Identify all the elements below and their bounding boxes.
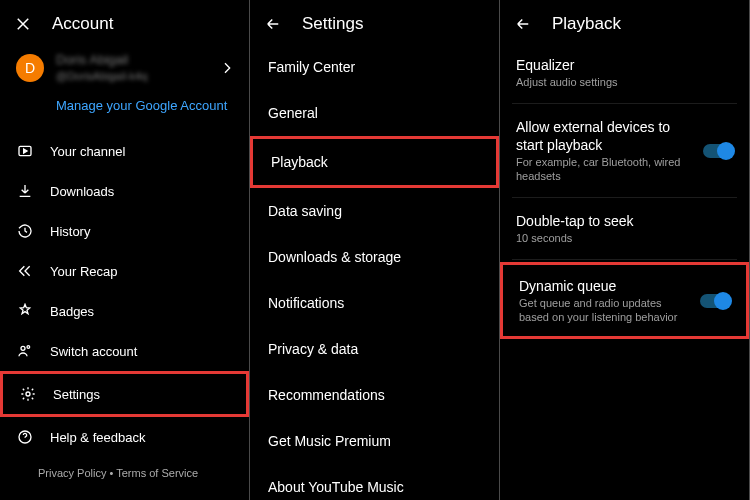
settings-item-general[interactable]: General [250, 90, 499, 136]
download-icon [16, 183, 34, 199]
pb-sub: 10 seconds [516, 231, 634, 245]
playback-title: Playback [552, 14, 621, 34]
profile-row[interactable]: D Doris Abigail @DorisAbigail-k4q [0, 44, 249, 90]
playback-item-double-tap-seek[interactable]: Double-tap to seek 10 seconds [500, 200, 749, 257]
pb-sub: Adjust audio settings [516, 75, 618, 89]
menu-help-feedback[interactable]: Help & feedback [0, 417, 249, 457]
gear-icon [19, 386, 37, 402]
menu-label: History [50, 224, 90, 239]
switch-account-icon [16, 343, 34, 359]
menu-downloads[interactable]: Downloads [0, 171, 249, 211]
profile-text: Doris Abigail @DorisAbigail-k4q [56, 52, 147, 84]
close-icon[interactable] [14, 15, 32, 33]
pb-title: Equalizer [516, 56, 618, 74]
settings-item-get-music-premium[interactable]: Get Music Premium [250, 418, 499, 464]
menu-label: Switch account [50, 344, 137, 359]
svg-point-1 [21, 346, 25, 350]
settings-item-about-youtube-music[interactable]: About YouTube Music [250, 464, 499, 500]
playback-item-equalizer[interactable]: Equalizer Adjust audio settings [500, 44, 749, 101]
divider [512, 103, 737, 104]
settings-title: Settings [302, 14, 363, 34]
channel-icon [16, 143, 34, 159]
menu-history[interactable]: History [0, 211, 249, 251]
settings-item-notifications[interactable]: Notifications [250, 280, 499, 326]
footer-links[interactable]: Privacy Policy • Terms of Service [0, 457, 249, 487]
divider [512, 259, 737, 260]
menu-settings[interactable]: Settings [0, 371, 249, 417]
svg-point-2 [27, 346, 30, 349]
settings-item-recommendations[interactable]: Recommendations [250, 372, 499, 418]
profile-name: Doris Abigail [56, 52, 147, 68]
panel-account: Account D Doris Abigail @DorisAbigail-k4… [0, 0, 250, 500]
pb-title: Allow external devices to start playback [516, 118, 686, 154]
pb-title: Dynamic queue [519, 277, 689, 295]
manage-google-account-link[interactable]: Manage your Google Account [0, 90, 249, 127]
playback-item-dynamic-queue[interactable]: Dynamic queue Get queue and radio update… [500, 262, 749, 339]
menu-switch-account[interactable]: Switch account [0, 331, 249, 371]
help-icon [16, 429, 34, 445]
back-icon[interactable] [514, 15, 532, 33]
history-icon [16, 223, 34, 239]
menu-label: Help & feedback [50, 430, 145, 445]
panel-playback: Playback Equalizer Adjust audio settings… [500, 0, 750, 500]
settings-item-downloads-storage[interactable]: Downloads & storage [250, 234, 499, 280]
promo-block: Enjoy ad-free music, listen in audio mod… [0, 491, 249, 500]
menu-label: Your Recap [50, 264, 117, 279]
menu-label: Badges [50, 304, 94, 319]
pb-title: Double-tap to seek [516, 212, 634, 230]
svg-point-3 [26, 392, 30, 396]
avatar: D [16, 54, 44, 82]
recap-icon [16, 263, 34, 279]
profile-handle: @DorisAbigail-k4q [56, 68, 147, 84]
playback-header: Playback [500, 0, 749, 44]
badges-icon [16, 303, 34, 319]
toggle-allow-external[interactable] [703, 144, 733, 158]
settings-item-privacy-data[interactable]: Privacy & data [250, 326, 499, 372]
account-title: Account [52, 14, 113, 34]
pb-sub: For example, car Bluetooth, wired headse… [516, 155, 686, 183]
chevron-right-icon [219, 60, 235, 76]
menu-label: Your channel [50, 144, 125, 159]
settings-item-playback[interactable]: Playback [250, 136, 499, 188]
settings-header: Settings [250, 0, 499, 44]
settings-item-family-center[interactable]: Family Center [250, 44, 499, 90]
panel-settings: Settings Family Center General Playback … [250, 0, 500, 500]
menu-label: Settings [53, 387, 100, 402]
menu-your-recap[interactable]: Your Recap [0, 251, 249, 291]
back-icon[interactable] [264, 15, 282, 33]
divider [512, 197, 737, 198]
playback-item-allow-external[interactable]: Allow external devices to start playback… [500, 106, 749, 195]
pb-sub: Get queue and radio updates based on you… [519, 296, 689, 324]
menu-your-channel[interactable]: Your channel [0, 131, 249, 171]
settings-item-data-saving[interactable]: Data saving [250, 188, 499, 234]
promo-text: Enjoy ad-free music, listen in audio mod… [0, 491, 249, 500]
account-header: Account [0, 0, 249, 44]
toggle-dynamic-queue[interactable] [700, 294, 730, 308]
menu-label: Downloads [50, 184, 114, 199]
menu-badges[interactable]: Badges [0, 291, 249, 331]
